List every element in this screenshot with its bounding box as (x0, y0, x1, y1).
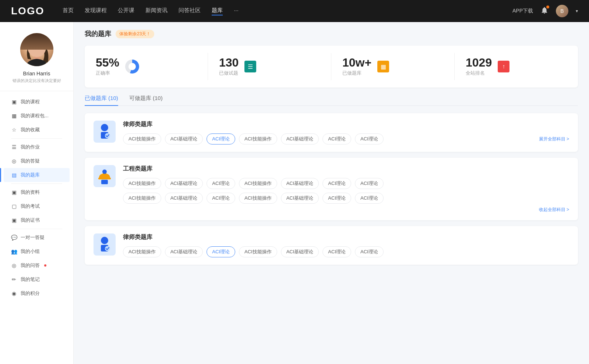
eng2-tag-0[interactable]: ACI技能操作 (123, 193, 161, 204)
eng2-tag-1[interactable]: ACI基础理论 (165, 193, 203, 204)
sidebar-item-homework[interactable]: ☰ 我的作业 (4, 140, 70, 154)
eng2-tag-2[interactable]: ACI理论 (207, 193, 235, 204)
notes-icon: ✏ (11, 276, 17, 282)
stats-row: 55% 正确率 130 已做试题 ☰ 10w+ 已做题库 (85, 46, 578, 88)
qa-icon: ◎ (11, 158, 17, 164)
lawyer-bank-icon-1 (94, 121, 116, 143)
nav-more[interactable]: ··· (234, 7, 239, 15)
lawyer-tags-1: ACI技能操作 ACI基础理论 ACI理论 ACI技能操作 ACI基础理论 AC… (123, 133, 569, 144)
tag-0[interactable]: ACI技能操作 (123, 133, 161, 144)
engineer-tags-row2: ACI技能操作 ACI基础理论 ACI理论 ACI技能操作 ACI基础理论 AC… (123, 193, 569, 204)
sidebar-item-points[interactable]: ◉ 我的积分 (4, 286, 70, 300)
sidebar-item-qa[interactable]: ◎ 我的答疑 (4, 154, 70, 168)
eng2-tag-3[interactable]: ACI技能操作 (239, 193, 277, 204)
nav-open-course[interactable]: 公开课 (118, 7, 134, 15)
nav-qa[interactable]: 问答社区 (179, 7, 201, 15)
rank-icon: ↑ (498, 61, 509, 72)
eng-tag-6[interactable]: ACI理论 (355, 178, 384, 189)
sidebar-item-profile[interactable]: ▣ 我的资料 (4, 185, 70, 199)
svg-point-10 (102, 169, 107, 174)
law2-tag-1[interactable]: ACI基础理论 (165, 246, 203, 257)
page-title: 我的题库 (85, 29, 111, 38)
svg-point-3 (33, 47, 35, 49)
svg-rect-11 (101, 180, 108, 184)
eng2-tag-4[interactable]: ACI基础理论 (281, 193, 319, 204)
tag-4[interactable]: ACI基础理论 (281, 133, 319, 144)
navbar-right: APP下载 B ▾ (512, 5, 578, 17)
collapse-link[interactable]: 收起全部科目 > (123, 207, 569, 213)
sidebar-item-group[interactable]: 👥 我的小组 (4, 245, 70, 258)
sidebar-item-one-on-one[interactable]: 💬 一对一答疑 (4, 231, 70, 245)
logo[interactable]: LOGO (11, 5, 44, 17)
sidebar-item-notes[interactable]: ✏ 我的笔记 (4, 272, 70, 286)
law2-tag-5[interactable]: ACI理论 (322, 246, 351, 257)
stat-rank-value: 1029 (466, 57, 492, 68)
tab-available-banks[interactable]: 可做题库 (10) (129, 95, 163, 106)
eng-tag-5[interactable]: ACI理论 (322, 178, 351, 189)
app-download-link[interactable]: APP下载 (512, 8, 533, 14)
tag-5[interactable]: ACI理论 (322, 133, 351, 144)
sidebar-divider-2 (11, 183, 62, 184)
question-icon: ☰ (244, 61, 256, 72)
trial-badge: 体验剩余23天！ (116, 30, 154, 38)
eng-tag-4[interactable]: ACI基础理论 (281, 178, 319, 189)
sidebar-item-exam[interactable]: ▢ 我的考试 (4, 199, 70, 213)
svg-point-5 (101, 124, 108, 131)
my-qa-icon: ◎ (11, 263, 17, 268)
tab-done-banks[interactable]: 已做题库 (10) (85, 95, 118, 106)
nav-news[interactable]: 新闻资讯 (145, 7, 167, 15)
stat-ranking: 1029 全站排名 ↑ (455, 53, 578, 80)
tag-1[interactable]: ACI基础理论 (165, 133, 203, 144)
course-icon: ▣ (11, 99, 17, 105)
nav-home[interactable]: 首页 (63, 7, 74, 15)
law2-tag-3[interactable]: ACI技能操作 (239, 246, 277, 257)
sidebar-divider-1 (11, 138, 62, 139)
svg-point-0 (27, 34, 47, 54)
tag-3[interactable]: ACI技能操作 (239, 133, 277, 144)
sidebar-item-my-qa[interactable]: ◎ 我的问答 (4, 258, 70, 272)
homework-icon: ☰ (11, 144, 17, 150)
eng2-tag-6[interactable]: ACI理论 (355, 193, 384, 204)
law2-tag-6[interactable]: ACI理论 (355, 246, 384, 257)
eng-tag-2[interactable]: ACI理论 (207, 178, 235, 189)
bank-count-icon: ▦ (377, 61, 389, 72)
eng-tag-1[interactable]: ACI基础理论 (165, 178, 203, 189)
user-name: Brian Harris (23, 71, 50, 76)
law2-tag-4[interactable]: ACI基础理论 (281, 246, 319, 257)
stat-banks-value: 10w+ (342, 57, 371, 68)
eng2-tag-5[interactable]: ACI理论 (322, 193, 351, 204)
notification-bell[interactable] (540, 6, 549, 16)
sidebar-item-my-course[interactable]: ▣ 我的课程 (4, 95, 70, 109)
nav-discover[interactable]: 发现课程 (85, 7, 107, 15)
sidebar-menu: ▣ 我的课程 ▦ 我的课程包... ☆ 我的收藏 ☰ 我的作业 ◎ 我的答疑 ▤ (0, 95, 73, 300)
eng-tag-0[interactable]: ACI技能操作 (123, 178, 161, 189)
user-avatar-nav[interactable]: B (556, 5, 568, 17)
nav-exam[interactable]: 题库 (212, 7, 223, 15)
course-pkg-icon: ▦ (11, 113, 17, 119)
sidebar-item-bank[interactable]: ▤ 我的题库 (4, 168, 70, 182)
tag-6[interactable]: ACI理论 (355, 133, 384, 144)
page-wrapper: Brian Harris 错误的决定比没有决定要好 ▣ 我的课程 ▦ 我的课程包… (0, 22, 589, 364)
expand-link-1[interactable]: 展开全部科目 > (539, 136, 569, 142)
tag-2-active[interactable]: ACI理论 (207, 133, 235, 144)
lawyer-bank-title-2: 律师类题库 (123, 233, 569, 241)
user-menu-chevron[interactable]: ▾ (576, 8, 578, 14)
page-header: 我的题库 体验剩余23天！ (85, 29, 578, 38)
stat-done-label: 已做试题 (219, 70, 239, 76)
stat-done-questions: 130 已做试题 ☰ (208, 53, 331, 80)
sidebar-profile: Brian Harris 错误的决定比没有决定要好 (0, 33, 73, 91)
svg-point-12 (101, 237, 108, 244)
engineer-tags-row1: ACI技能操作 ACI基础理论 ACI理论 ACI技能操作 ACI基础理论 AC… (123, 178, 569, 189)
sidebar-item-course-pkg[interactable]: ▦ 我的课程包... (4, 109, 70, 123)
sidebar-item-certificate[interactable]: ▣ 我的证书 (4, 213, 70, 227)
user-avatar-large[interactable] (20, 33, 53, 66)
law2-tag-0[interactable]: ACI技能操作 (123, 246, 161, 257)
navbar: LOGO 首页 发现课程 公开课 新闻资讯 问答社区 题库 ··· APP下载 … (0, 0, 589, 22)
engineer-bank-icon (94, 165, 116, 187)
bank-icon: ▤ (11, 172, 17, 178)
svg-point-1 (29, 40, 45, 57)
unread-dot (44, 264, 46, 267)
law2-tag-2-active[interactable]: ACI理论 (207, 246, 235, 257)
eng-tag-3[interactable]: ACI技能操作 (239, 178, 277, 189)
sidebar-item-favorites[interactable]: ☆ 我的收藏 (4, 123, 70, 137)
